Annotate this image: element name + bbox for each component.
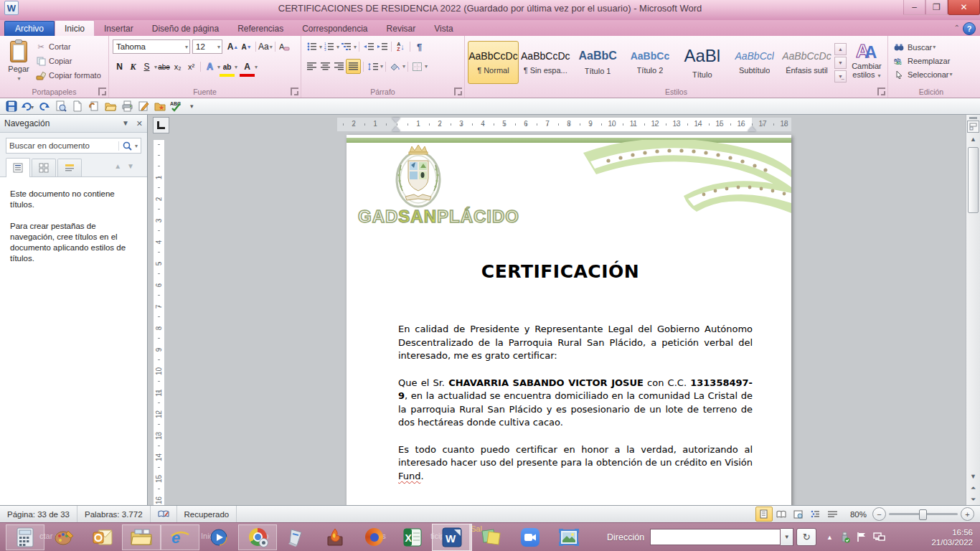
taskbar-file-explorer[interactable] bbox=[122, 524, 161, 550]
prev-heading-icon[interactable]: ▲ bbox=[114, 162, 127, 170]
align-right-button[interactable] bbox=[332, 60, 346, 73]
taskbar-photo-viewer[interactable] bbox=[550, 524, 588, 550]
bold-button[interactable]: N bbox=[113, 60, 126, 74]
view-ruler-toggle-button[interactable] bbox=[967, 121, 979, 133]
tab-diseno[interactable]: Diseño de página bbox=[143, 21, 228, 36]
print-layout-view-button[interactable] bbox=[755, 507, 773, 522]
taskbar-clock[interactable]: 16:56 21/03/2022 bbox=[931, 527, 973, 547]
search-options-icon[interactable]: ▾ bbox=[135, 143, 138, 149]
horizontal-ruler[interactable]: 21123456789101112131415161718 bbox=[337, 118, 791, 131]
style-titulo-1[interactable]: AaBbC Título 1 bbox=[573, 41, 623, 84]
recovered-indicator[interactable]: Recuperado bbox=[177, 506, 237, 522]
font-dialog-launcher[interactable] bbox=[291, 88, 298, 95]
grow-font-button[interactable]: A▲ bbox=[226, 40, 240, 54]
tab-insertar[interactable]: Insertar bbox=[95, 21, 143, 36]
taskbar-burn-tool[interactable] bbox=[316, 524, 354, 550]
edit-document-button[interactable] bbox=[136, 100, 151, 113]
highlight-button[interactable]: ab bbox=[220, 60, 234, 74]
taskbar-excel[interactable]: X bbox=[393, 524, 432, 550]
browse-headings-tab[interactable] bbox=[6, 158, 30, 177]
style-normal[interactable]: AaBbCcDc ¶ Normal bbox=[468, 41, 519, 84]
taskbar-paint[interactable] bbox=[44, 524, 83, 550]
show-marks-button[interactable]: ¶ bbox=[413, 40, 426, 54]
clear-formatting-button[interactable]: A bbox=[278, 40, 291, 54]
multilevel-list-button[interactable] bbox=[339, 40, 353, 54]
select-button[interactable]: Seleccionar▾ bbox=[893, 67, 969, 81]
browse-results-tab[interactable] bbox=[57, 159, 82, 176]
draft-view-button[interactable] bbox=[824, 507, 842, 522]
shading-button[interactable] bbox=[388, 60, 402, 73]
taskbar-scanner-tool[interactable] bbox=[277, 524, 316, 550]
taskbar-zoom-app[interactable] bbox=[511, 524, 550, 550]
tab-vista[interactable]: Vista bbox=[425, 21, 462, 36]
scroll-up-button[interactable]: ▲ bbox=[970, 136, 976, 143]
outline-view-button[interactable] bbox=[807, 507, 824, 522]
word-count-indicator[interactable]: Palabras: 3.772 bbox=[77, 506, 151, 522]
spelling-grammar-button[interactable]: ABC bbox=[169, 100, 184, 113]
help-button[interactable]: ? bbox=[963, 22, 976, 35]
font-size-combo[interactable]: 12▾ bbox=[192, 39, 222, 54]
styles-scroll-down[interactable]: ▼ bbox=[834, 57, 847, 69]
nav-pane-menu-icon[interactable]: ▼ bbox=[122, 119, 129, 128]
shrink-font-button[interactable]: A▼ bbox=[240, 40, 253, 54]
zoom-in-button[interactable]: + bbox=[961, 507, 974, 521]
justify-button[interactable] bbox=[346, 59, 361, 74]
document-body[interactable]: En calidad de Presidente y Representante… bbox=[398, 323, 753, 506]
print-button[interactable] bbox=[120, 100, 134, 113]
page-indicator[interactable]: Página: 33 de 33 bbox=[0, 506, 77, 522]
usb-device-icon[interactable] bbox=[839, 532, 850, 543]
action-center-flag-icon[interactable] bbox=[857, 532, 867, 542]
print-preview-button[interactable] bbox=[54, 100, 68, 113]
line-spacing-button[interactable] bbox=[366, 60, 380, 73]
strikethrough-button[interactable]: abe bbox=[157, 60, 171, 74]
show-hidden-icons[interactable]: ▲ bbox=[826, 534, 833, 541]
save-button[interactable] bbox=[4, 100, 19, 113]
next-page-button[interactable]: ⏷ bbox=[971, 496, 976, 503]
font-color-button[interactable]: A bbox=[240, 60, 254, 74]
scroll-down-button[interactable]: ▼ bbox=[970, 473, 976, 480]
increase-indent-button[interactable] bbox=[375, 40, 389, 54]
italic-button[interactable]: K bbox=[126, 60, 140, 74]
taskbar-sticky-notes[interactable] bbox=[472, 524, 511, 550]
style-subtitulo[interactable]: AaBbCcl Subtítulo bbox=[729, 41, 780, 84]
previous-page-button[interactable]: ⏶ bbox=[971, 484, 976, 491]
decrease-indent-button[interactable] bbox=[362, 40, 375, 54]
bullets-button[interactable] bbox=[305, 40, 319, 54]
network-icon[interactable] bbox=[873, 532, 885, 542]
tab-selector-button[interactable] bbox=[153, 117, 169, 133]
tab-inicio[interactable]: Inicio bbox=[55, 20, 95, 36]
zoom-out-button[interactable]: − bbox=[872, 507, 886, 521]
taskbar-media-player[interactable] bbox=[199, 524, 238, 550]
tab-correspondencia[interactable]: Correspondencia bbox=[293, 21, 377, 36]
zoom-slider-thumb[interactable] bbox=[919, 509, 927, 520]
taskbar-chrome[interactable] bbox=[238, 524, 277, 550]
taskbar-internet-explorer[interactable]: e bbox=[161, 524, 199, 550]
next-heading-icon[interactable]: ▼ bbox=[127, 162, 140, 170]
close-button[interactable]: ✕ bbox=[948, 0, 980, 15]
redo-button[interactable] bbox=[37, 100, 52, 113]
sort-button[interactable]: AZ↓ bbox=[394, 40, 407, 54]
search-magnifier-icon[interactable] bbox=[123, 141, 132, 151]
qat-customize-icon[interactable]: ▾ bbox=[190, 103, 194, 110]
styles-scroll-up[interactable]: ▲ bbox=[834, 43, 847, 55]
browse-pages-tab[interactable] bbox=[32, 159, 56, 176]
taskbar-firefox[interactable] bbox=[354, 524, 393, 550]
align-center-button[interactable] bbox=[319, 60, 332, 73]
hanging-indent-marker[interactable] bbox=[392, 126, 400, 131]
superscript-button[interactable]: x² bbox=[184, 60, 198, 74]
scrollbar-thumb[interactable] bbox=[968, 147, 979, 213]
cut-button[interactable]: ✂ Cortar bbox=[35, 39, 101, 54]
restore-button[interactable]: ❐ bbox=[925, 0, 948, 15]
tab-revisar[interactable]: Revisar bbox=[377, 21, 425, 36]
format-painter-button[interactable]: Copiar formato bbox=[35, 68, 101, 83]
tab-referencias[interactable]: Referencias bbox=[228, 21, 293, 36]
first-line-indent-marker[interactable] bbox=[392, 118, 400, 123]
address-dropdown-icon[interactable]: ▼ bbox=[781, 528, 793, 546]
underline-button[interactable]: S bbox=[140, 60, 154, 74]
taskbar-calculator[interactable] bbox=[6, 524, 44, 550]
collapse-ribbon-icon[interactable]: ⌃ bbox=[954, 24, 960, 32]
styles-gallery-expand[interactable]: ▼̲ bbox=[834, 70, 847, 83]
copy-button[interactable]: Copiar bbox=[35, 54, 101, 68]
style-sin-espaciado[interactable]: AaBbCcDc ¶ Sin espa... bbox=[520, 41, 571, 84]
change-styles-button[interactable]: A A Cambiar estilos ▾ bbox=[848, 38, 885, 87]
